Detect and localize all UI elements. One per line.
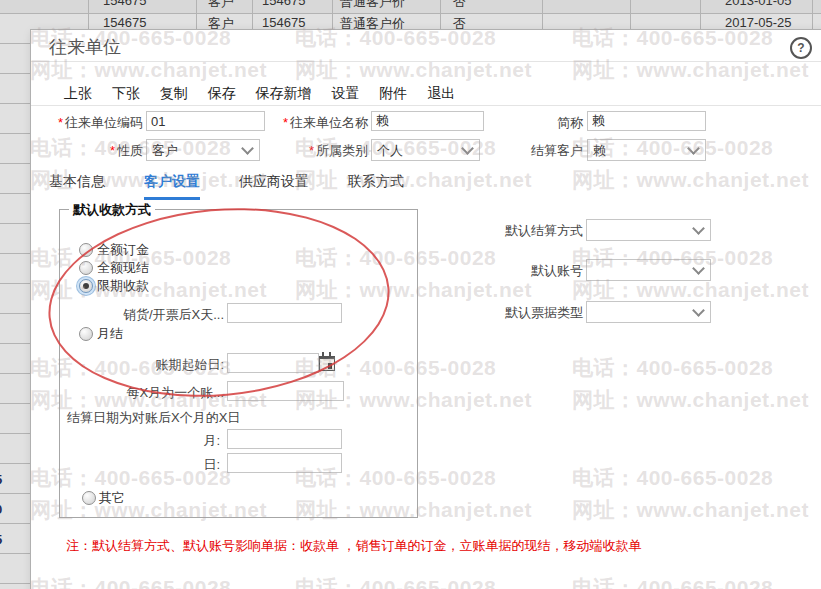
table-cell: 2013-01-05	[725, 0, 792, 8]
chevron-down-icon	[461, 142, 474, 155]
settle-rule-label: 结算日期为对账后X个月的X日	[67, 409, 240, 427]
required-asterisk: *	[309, 143, 314, 158]
default-account-label: 默认账号	[479, 262, 583, 280]
radio-full-deposit[interactable]	[79, 243, 93, 257]
tab-bar: 基本信息 客户设置 供应商设置 联系方式	[49, 173, 439, 200]
chevron-down-icon	[241, 142, 254, 155]
category-select[interactable]: 个人	[371, 139, 480, 161]
tab-basic-info[interactable]: 基本信息	[49, 173, 105, 197]
footnote: 注：默认结算方式、默认账号影响单据：收款单 ，销售订单的订金，立账单据的现结，移…	[66, 537, 642, 555]
screen: 154675 客户 154675 普通客户价 否 2013-01-05 1546…	[0, 0, 821, 589]
table-cell: 2017-05-25	[725, 15, 792, 30]
radio-label[interactable]: 其它	[99, 489, 125, 507]
field-label-short-name: 简称	[479, 114, 583, 132]
settle-customer-select[interactable]: 赖	[587, 139, 706, 161]
clipped-text-fragment: 5	[0, 472, 2, 487]
table-cell: 154675	[262, 15, 305, 30]
menu-item-exit[interactable]: 退出	[427, 85, 455, 103]
month-label: 月:	[160, 432, 220, 450]
name-input[interactable]	[371, 111, 484, 131]
field-label-name: *往来单位名称	[259, 114, 368, 132]
menu-item-save-new[interactable]: 保存新增	[256, 85, 312, 103]
table-cell: 154675	[262, 0, 305, 8]
radio-other[interactable]	[82, 491, 96, 505]
calendar-icon[interactable]	[318, 352, 336, 370]
chevron-down-icon	[692, 222, 705, 235]
required-asterisk: *	[58, 115, 63, 130]
menu-item-next[interactable]: 下张	[112, 85, 140, 103]
dialog-title: 往来单位	[49, 35, 121, 59]
radio-label[interactable]: 全额现结	[97, 259, 149, 277]
field-label-nature: *性质	[39, 142, 143, 160]
tab-customer-settings[interactable]: 客户设置	[144, 173, 200, 200]
months-per-period-label: 每X月为一个账...	[74, 384, 224, 402]
radio-label[interactable]: 月结	[97, 325, 123, 343]
table-cell: 普通客户价	[340, 0, 405, 11]
months-per-period-input[interactable]	[227, 381, 344, 401]
chevron-down-icon	[692, 262, 705, 275]
short-name-input[interactable]	[587, 111, 706, 131]
radio-label[interactable]: 全额订金	[97, 241, 149, 259]
period-start-input[interactable]	[227, 353, 319, 373]
required-asterisk: *	[110, 143, 115, 158]
chevron-down-icon	[692, 304, 705, 317]
days-after-invoice-input[interactable]	[227, 303, 342, 323]
group-legend: 默认收款方式	[69, 201, 155, 219]
radio-label[interactable]: 限期收款	[97, 277, 149, 295]
field-label-category: *所属类别	[259, 142, 368, 160]
field-label-settle-customer: 结算客户	[479, 142, 583, 160]
menu-item-prev[interactable]: 上张	[64, 85, 92, 103]
period-start-label: 账期起始日:	[74, 356, 224, 374]
table-cell: 154675	[103, 0, 146, 8]
nature-select[interactable]: 客户	[146, 139, 260, 161]
tab-supplier-settings[interactable]: 供应商设置	[239, 173, 309, 197]
required-asterisk: *	[283, 115, 288, 130]
table-gridline	[0, 13, 821, 14]
default-payment-method-group: 默认收款方式 全额订金 全额现结 限期收款 销货/开票后X天... 月结 账期起…	[59, 209, 418, 518]
toolbar-menu: 上张 下张 复制 保存 保存新增 设置 附件 退出	[64, 85, 471, 103]
day-label: 日:	[160, 456, 220, 474]
radio-full-cash[interactable]	[79, 261, 93, 275]
day-input[interactable]	[227, 453, 342, 473]
menu-item-save[interactable]: 保存	[208, 85, 236, 103]
tab-contact-info[interactable]: 联系方式	[348, 173, 404, 197]
menu-item-settings[interactable]: 设置	[331, 85, 359, 103]
code-input[interactable]	[146, 111, 265, 131]
menu-item-copy[interactable]: 复制	[160, 85, 188, 103]
default-settle-method-label: 默认结算方式	[479, 222, 583, 240]
chevron-down-icon	[687, 142, 700, 155]
divider	[31, 105, 821, 106]
business-partner-dialog: 往来单位 ? 上张 下张 复制 保存 保存新增 设置 附件 退出 *往来单位编码…	[30, 29, 821, 589]
month-input[interactable]	[227, 429, 342, 449]
divider	[31, 61, 821, 62]
default-settle-method-select[interactable]	[586, 219, 711, 241]
table-cell: 154675	[103, 15, 146, 30]
table-cell: 否	[453, 0, 466, 11]
clipped-text-fragment: 0	[0, 502, 2, 517]
radio-term-collection[interactable]	[79, 279, 93, 293]
default-bill-type-label: 默认票据类型	[479, 304, 583, 322]
field-label-code: *往来单位编码	[39, 114, 143, 132]
radio-monthly-settle[interactable]	[79, 327, 93, 341]
clipped-text-fragment: 5	[0, 532, 2, 547]
help-icon[interactable]: ?	[790, 37, 812, 59]
days-after-invoice-label: 销货/开票后X天...	[74, 306, 224, 324]
default-bill-type-select[interactable]	[586, 301, 711, 323]
table-cell: 客户	[208, 0, 234, 11]
default-account-select[interactable]	[586, 259, 711, 281]
menu-item-attachment[interactable]: 附件	[379, 85, 407, 103]
